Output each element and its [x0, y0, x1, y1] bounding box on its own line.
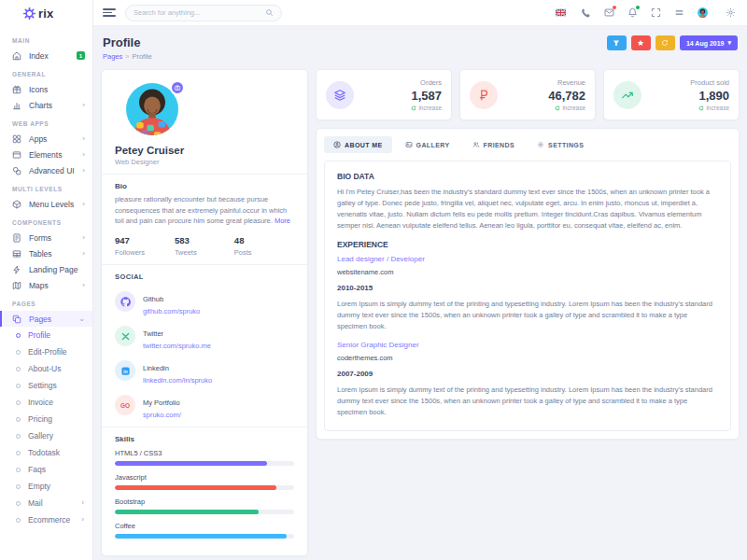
- sidebar-item-advanced-ui[interactable]: Advanced UI ›: [0, 162, 92, 178]
- list-icon[interactable]: [674, 7, 684, 18]
- file-text-icon: [12, 232, 22, 243]
- filter-button[interactable]: [607, 35, 627, 50]
- tab-gallery[interactable]: GALLERY: [396, 136, 459, 153]
- experience-heading: EXPERIENCE: [337, 240, 718, 249]
- subitem-label: Edit-Profile: [28, 347, 67, 357]
- social-link-github[interactable]: Githubgithub.com/spruko: [115, 288, 294, 315]
- bio-data-heading: BIO DATA: [337, 172, 718, 181]
- social-url[interactable]: spruko.com/: [143, 411, 181, 419]
- sidebar-item-label: Elements: [29, 150, 62, 160]
- sidebar-item-index[interactable]: Index 1: [0, 48, 92, 63]
- bullet-icon: [16, 501, 21, 506]
- about-me-panel: BIO DATA Hi I'm Petey Cruiser,has been t…: [324, 161, 731, 431]
- portfolio-go-icon: GO: [115, 395, 135, 415]
- more-link[interactable]: More: [275, 217, 290, 225]
- stat-value: 1,890: [690, 89, 729, 103]
- chevron-right-icon: ›: [81, 499, 84, 507]
- sidebar-subitem-pricing[interactable]: Pricing: [0, 411, 92, 427]
- experience-role-link[interactable]: Lead designer / Developer: [337, 255, 718, 263]
- increase-icon: [411, 105, 416, 111]
- refresh-button[interactable]: [655, 35, 675, 50]
- social-name: My Portfolio: [143, 399, 180, 407]
- social-link-twitter[interactable]: Twittertwitter.com/spruko.me: [115, 323, 294, 350]
- progress-fill: [115, 485, 276, 490]
- divider: [102, 427, 307, 427]
- sidebar-item-tables[interactable]: Tables ›: [0, 245, 92, 261]
- brand-logo[interactable]: rix: [0, 0, 92, 26]
- bio-data-text: Hi I'm Petey Cruiser,has been the indust…: [337, 187, 718, 231]
- star-button[interactable]: [631, 35, 651, 50]
- sidebar-subitem-invoice[interactable]: Invoice: [0, 394, 92, 411]
- experience-period: 2010-2015: [337, 284, 718, 292]
- breadcrumb: Pages»Profile: [103, 52, 152, 61]
- section-multi-levels: MULTI LEVELS: [12, 186, 92, 192]
- sidebar-item-pages[interactable]: Pages ⌄: [0, 311, 92, 327]
- sidebar-subitem-about-us[interactable]: About-Us: [0, 360, 92, 377]
- sidebar-item-icons[interactable]: Icons: [0, 81, 92, 97]
- sidebar-item-landing-page[interactable]: Landing Page: [0, 261, 92, 277]
- language-flag-icon[interactable]: [556, 8, 568, 18]
- sidebar-subitem-mail[interactable]: Mail›: [0, 495, 92, 511]
- subitem-label: About-Us: [28, 364, 61, 373]
- menu-toggle-icon[interactable]: [103, 7, 116, 20]
- stat-card-revenue: Revenue 46,782 increase: [459, 69, 596, 120]
- edit-avatar-button[interactable]: [170, 80, 185, 95]
- social-url[interactable]: github.com/spruko: [143, 307, 200, 315]
- stat-delta-label: increase: [562, 105, 585, 111]
- subitem-label: Pricing: [28, 414, 52, 424]
- user-avatar[interactable]: [698, 6, 712, 21]
- copy-icon: [12, 314, 22, 324]
- sidebar-item-menu-levels[interactable]: Menu Levels ›: [0, 196, 92, 212]
- sidebar-item-label: Tables: [29, 249, 52, 259]
- tab-friends[interactable]: FRIENDS: [463, 136, 525, 153]
- search-icon[interactable]: [265, 8, 274, 17]
- search-box[interactable]: [125, 5, 282, 21]
- sidebar-subitem-profile[interactable]: Profile: [0, 327, 92, 343]
- currency-icon: [470, 81, 498, 109]
- chevron-right-icon: ›: [82, 201, 85, 208]
- mail-icon[interactable]: [604, 7, 614, 18]
- bullet-icon: [16, 468, 21, 472]
- phone-icon[interactable]: [581, 7, 591, 18]
- bullet-icon: [16, 333, 21, 338]
- sidebar-item-label: Forms: [29, 233, 51, 243]
- sidebar-item-maps[interactable]: Maps ›: [0, 277, 92, 293]
- social-link-portfolio[interactable]: GO My Portfoliospruko.com/: [115, 392, 294, 419]
- sidebar-subitem-gallery[interactable]: Gallery: [0, 427, 92, 444]
- skill-coffee: Coffee: [115, 522, 294, 539]
- sidebar-subitem-settings[interactable]: Settings: [0, 377, 92, 394]
- tab-label: GALLERY: [416, 142, 450, 148]
- sidebar-item-forms[interactable]: Forms ›: [0, 230, 92, 245]
- progress-fill: [115, 510, 259, 514]
- stat-card-orders: Orders 1,587 increase: [316, 69, 452, 120]
- window-icon: [12, 149, 22, 160]
- bell-icon[interactable]: [627, 7, 638, 18]
- sidebar-subitem-empty[interactable]: Empty: [0, 478, 92, 495]
- bullet-icon: [16, 484, 21, 489]
- section-general: GENERAL: [12, 71, 92, 77]
- sidebar-item-elements[interactable]: Elements ›: [0, 147, 92, 162]
- date-picker-button[interactable]: 14 Aug 2019▾: [680, 35, 738, 50]
- breadcrumb-parent[interactable]: Pages: [103, 52, 122, 61]
- fullscreen-icon[interactable]: [651, 7, 661, 18]
- subitem-label: Settings: [28, 381, 57, 390]
- caret-down-icon: ▾: [727, 39, 731, 47]
- settings-gear-icon[interactable]: [726, 7, 736, 18]
- social-url[interactable]: twitter.com/spruko.me: [143, 342, 211, 350]
- sidebar-subitem-edit-profile[interactable]: Edit-Profile: [0, 343, 92, 360]
- social-url[interactable]: linkedin.com/in/spruko: [143, 376, 212, 385]
- breadcrumb-current: Profile: [132, 52, 151, 61]
- search-input[interactable]: [134, 8, 265, 17]
- experience-role-link[interactable]: Senior Graphic Designer: [337, 341, 718, 349]
- tab-settings[interactable]: SETTINGS: [528, 136, 593, 153]
- sidebar-item-charts[interactable]: Charts ›: [0, 97, 92, 113]
- subitem-label: Empty: [28, 482, 50, 491]
- sidebar-subitem-todotask[interactable]: Todotask: [0, 444, 92, 461]
- sidebar-item-apps[interactable]: Apps ›: [0, 131, 92, 147]
- sidebar-subitem-faqs[interactable]: Faqs: [0, 461, 92, 478]
- social-link-linkedin[interactable]: in Linkedinlinkedin.com/in/spruko: [115, 357, 294, 385]
- increase-icon: [555, 105, 560, 111]
- sidebar-subitem-ecommerce[interactable]: Ecommerce›: [0, 511, 92, 528]
- stat-label: Revenue: [548, 78, 585, 87]
- tab-about-me[interactable]: ABOUT ME: [324, 136, 392, 153]
